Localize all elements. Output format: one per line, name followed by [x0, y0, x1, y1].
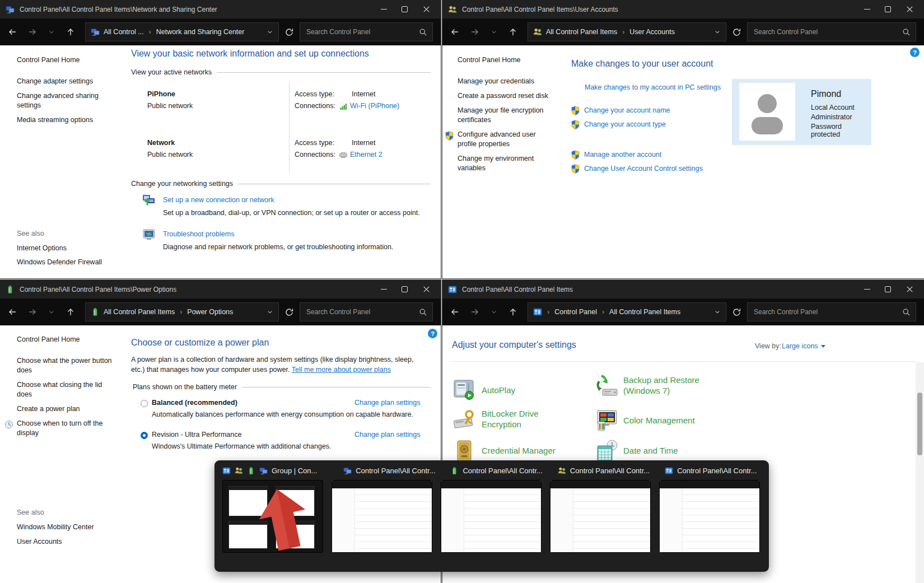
breadcrumb[interactable]: Control Panel — [554, 308, 597, 316]
cpl-item-credential-manager[interactable]: Credential Manager — [482, 445, 556, 456]
breadcrumb[interactable]: All Control ... — [104, 28, 144, 36]
search-input[interactable] — [753, 27, 902, 36]
troubleshoot-link[interactable]: Troubleshoot problems — [163, 230, 234, 238]
address-dropdown-icon[interactable] — [714, 309, 721, 315]
sidebar-item-environment-variables[interactable]: Change my environment variables — [458, 154, 550, 173]
address-bar[interactable]: All Control Panel Items User Accounts — [528, 22, 726, 41]
address-bar[interactable]: All Control Panel Items Power Options — [85, 302, 279, 321]
cpl-item-color-management[interactable]: Color Management — [623, 415, 695, 426]
change-account-name-link[interactable]: Change your account name — [584, 106, 670, 114]
minimize-button[interactable] — [864, 9, 870, 10]
maximize-button[interactable] — [402, 286, 408, 292]
close-button[interactable] — [422, 5, 431, 13]
close-button[interactable] — [906, 5, 914, 13]
sidebar-item-internet-options[interactable]: Internet Options — [17, 244, 119, 253]
radio-revision-ultra-performance[interactable] — [141, 432, 148, 439]
sidebar-item-windows-mobility-center[interactable]: Windows Mobility Center — [17, 523, 119, 532]
back-icon[interactable] — [8, 307, 17, 316]
setup-connection-link[interactable]: Set up a new connection or network — [163, 196, 274, 204]
sidebar-item-file-encryption-certificates[interactable]: Manage your file encryption certificates — [458, 106, 556, 125]
connection-link[interactable]: Wi-Fi (PiPhone) — [350, 102, 399, 110]
breadcrumb[interactable]: Network and Sharing Center — [156, 28, 245, 36]
sidebar-item-create-power-plan[interactable]: Create a power plan — [17, 404, 119, 414]
address-dropdown-icon[interactable] — [714, 29, 721, 35]
search-icon[interactable] — [902, 28, 911, 36]
search-icon[interactable] — [419, 308, 427, 316]
preview-tab-group[interactable]: Group | Con... — [222, 467, 339, 475]
close-button[interactable] — [422, 285, 431, 293]
up-icon[interactable] — [66, 307, 75, 316]
search-input[interactable] — [305, 27, 419, 36]
up-icon[interactable] — [66, 27, 75, 36]
search-input[interactable] — [753, 307, 902, 316]
sidebar-item-control-panel-home[interactable]: Control Panel Home — [17, 55, 119, 65]
titlebar[interactable]: Control Panel\All Control Panel Items\Ne… — [0, 0, 441, 18]
preview-tab-user-accounts[interactable]: Control Panel\All Contr... — [558, 467, 660, 475]
search-box[interactable] — [300, 22, 433, 41]
sidebar-item-change-advanced-sharing[interactable]: Change advanced sharing settings — [17, 91, 119, 110]
preview-thumbnail-group[interactable] — [222, 480, 323, 553]
sidebar-item-power-button-does[interactable]: Choose what the power button does — [17, 356, 122, 375]
help-button[interactable] — [428, 329, 437, 338]
sidebar-item-user-accounts[interactable]: User Accounts — [17, 537, 119, 547]
preview-thumbnail-network[interactable] — [332, 480, 432, 553]
refresh-button[interactable] — [284, 307, 294, 317]
refresh-button[interactable] — [732, 27, 741, 37]
minimize-button[interactable] — [864, 289, 870, 290]
backup-restore-icon[interactable] — [595, 374, 619, 398]
cpl-item-backup-restore[interactable]: Backup and Restore (Windows 7) — [623, 375, 724, 396]
sidebar-item-password-reset-disk[interactable]: Create a password reset disk — [458, 91, 556, 101]
sidebar-item-control-panel-home[interactable]: Control Panel Home — [458, 55, 556, 65]
view-by-dropdown[interactable]: Large icons — [782, 342, 825, 350]
preview-tab-network[interactable]: Control Panel\All Contr... — [343, 467, 446, 475]
forward-icon[interactable] — [470, 27, 479, 36]
cpl-item-date-time[interactable]: Date and Time — [623, 445, 678, 456]
search-box[interactable] — [747, 22, 916, 41]
up-icon[interactable] — [508, 27, 517, 36]
search-icon[interactable] — [419, 28, 427, 36]
forward-icon[interactable] — [28, 307, 37, 316]
refresh-button[interactable] — [284, 27, 294, 37]
close-button[interactable] — [906, 285, 914, 293]
color-management-icon[interactable] — [595, 407, 619, 432]
address-dropdown-icon[interactable] — [267, 29, 273, 35]
minimize-button[interactable] — [381, 9, 387, 10]
address-dropdown-icon[interactable] — [267, 309, 273, 315]
breadcrumb[interactable]: All Control Panel Items — [104, 308, 175, 316]
scrollbar-thumb[interactable] — [917, 393, 922, 455]
recent-pages-chevron-icon[interactable] — [48, 309, 55, 315]
sidebar-item-manage-credentials[interactable]: Manage your credentials — [458, 77, 556, 86]
credential-manager-icon[interactable] — [452, 439, 477, 463]
maximize-button[interactable] — [885, 286, 891, 292]
back-icon[interactable] — [450, 307, 459, 316]
breadcrumb[interactable]: All Control Panel Items — [609, 308, 680, 316]
search-box[interactable] — [747, 302, 916, 321]
cpl-item-bitlocker[interactable]: BitLocker Drive Encryption — [482, 408, 554, 430]
preview-thumbnail-power[interactable] — [441, 480, 542, 553]
change-plan-settings-link[interactable]: Change plan settings — [354, 431, 420, 439]
change-account-type-link[interactable]: Change your account type — [584, 120, 666, 128]
up-icon[interactable] — [508, 307, 517, 316]
sidebar-item-control-panel-home[interactable]: Control Panel Home — [17, 335, 119, 344]
back-icon[interactable] — [450, 27, 459, 36]
titlebar[interactable]: Control Panel\All Control Panel Items\Po… — [0, 280, 441, 299]
preview-tab-control-panel[interactable]: Control Panel\All Contr... — [665, 467, 761, 475]
maximize-button[interactable] — [885, 6, 891, 12]
pc-settings-link[interactable]: Make changes to my account in PC setting… — [585, 83, 721, 91]
sidebar-item-turn-off-display[interactable]: Choose when to turn off the display — [17, 419, 111, 438]
recent-pages-chevron-icon[interactable] — [491, 309, 497, 315]
sidebar-item-closing-lid-does[interactable]: Choose what closing the lid does — [17, 380, 112, 399]
connection-link[interactable]: Ethernet 2 — [350, 151, 382, 158]
sidebar-item-windows-defender-firewall[interactable]: Windows Defender Firewall — [17, 258, 119, 267]
preview-thumbnail-user-accounts[interactable] — [550, 480, 651, 553]
change-plan-settings-link[interactable]: Change plan settings — [354, 399, 420, 407]
breadcrumb[interactable]: User Accounts — [629, 28, 675, 36]
help-button[interactable] — [910, 48, 920, 57]
manage-another-account-link[interactable]: Manage another account — [584, 151, 661, 158]
recent-pages-chevron-icon[interactable] — [48, 29, 55, 35]
radio-balanced[interactable] — [141, 400, 148, 407]
sidebar-item-change-adapter-settings[interactable]: Change adapter settings — [17, 77, 119, 86]
minimize-button[interactable] — [381, 289, 387, 290]
forward-icon[interactable] — [28, 27, 37, 36]
search-input[interactable] — [305, 307, 419, 316]
